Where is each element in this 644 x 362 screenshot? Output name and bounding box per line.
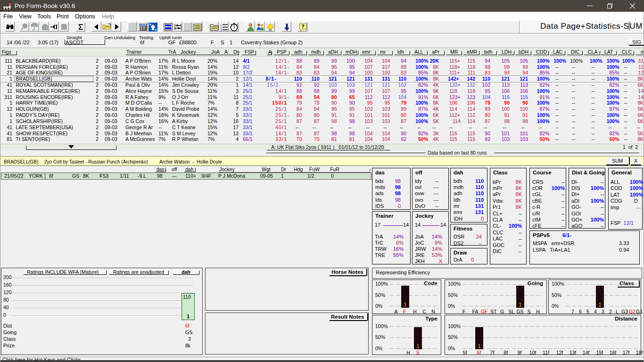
svg-text:3: 3: [220, 29, 222, 32]
svg-text:?: ?: [301, 24, 305, 29]
